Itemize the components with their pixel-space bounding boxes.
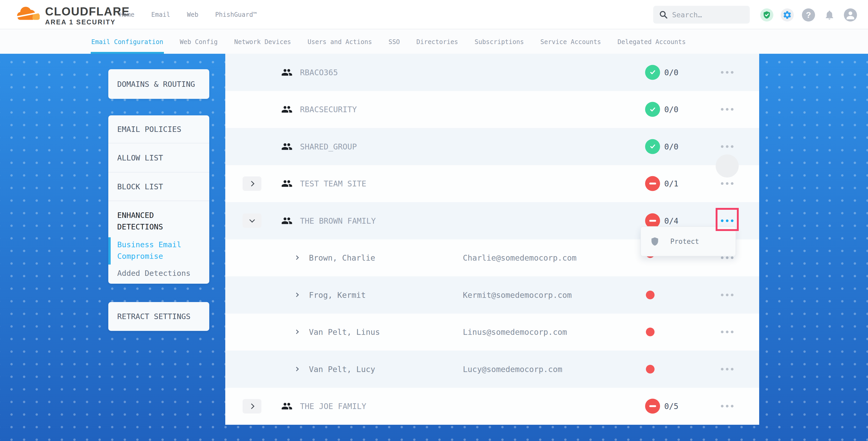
tab-delegated-accounts[interactable]: Delegated Accounts [618, 30, 686, 54]
annotation-highlight-box [716, 208, 739, 231]
shield-icon [650, 237, 660, 247]
chevron-right-icon [294, 367, 299, 371]
cloudflare-logo[interactable]: CLOUDFLARE AREA 1 SECURITY [15, 4, 130, 26]
status-badge-fail [645, 213, 660, 228]
help-icon[interactable]: ? [802, 8, 815, 22]
chevron-right-icon [249, 403, 254, 409]
status-badge-pass [645, 102, 660, 117]
search-input[interactable] [672, 11, 743, 19]
chevron-right-icon [249, 181, 254, 186]
primary-nav: Home Email Web PhishGuard™ [119, 0, 257, 29]
search-bar[interactable] [653, 6, 750, 24]
context-menu-item-protect[interactable]: Protect [670, 238, 699, 245]
table-row-group: SHARED_GROUP 0/0 [225, 128, 759, 165]
status-badge-pass [645, 139, 660, 154]
tab-subscriptions[interactable]: Subscriptions [475, 30, 524, 54]
protection-count: 0/1 [664, 179, 678, 188]
group-name[interactable]: THE JOE FAMILY [300, 402, 366, 411]
member-email: Kermit@somedemocorp.com [463, 290, 572, 300]
group-name[interactable]: SHARED_GROUP [300, 142, 357, 151]
group-icon [281, 105, 293, 114]
protection-count: 0/5 [664, 402, 678, 411]
protection-count: 0/0 [664, 142, 678, 151]
row-menu-button[interactable] [714, 54, 740, 91]
nav-item-home[interactable]: Home [119, 11, 134, 18]
sidebar-item-domains-routing[interactable]: DOMAINS & ROUTING [108, 69, 209, 99]
member-email: Lucy@somedemocorp.com [463, 365, 562, 374]
table-row-member: Van Pelt, Linus Linus@somedemocorp.com [225, 314, 759, 351]
settings-gear-icon[interactable] [781, 8, 794, 22]
notifications-bell-icon[interactable] [823, 8, 836, 22]
sidebar-item-allow-list[interactable]: ALLOW LIST [108, 143, 209, 172]
directory-table: RBACO365 0/0 RBACSECURITY 0/0 SHARED_G [225, 54, 759, 425]
sidebar-item-added-detections[interactable]: Added Detections [117, 269, 200, 278]
shield-check-icon[interactable] [760, 8, 773, 22]
row-menu-button[interactable] [714, 314, 740, 351]
cloudflare-cloud-icon [15, 4, 41, 23]
tab-email-configuration[interactable]: Email Configuration [91, 30, 163, 54]
chevron-right-icon [294, 255, 299, 260]
sidebar-label: BLOCK LIST [117, 182, 163, 191]
group-name[interactable]: THE BROWN FAMILY [300, 216, 376, 225]
chevron-right-icon [294, 329, 299, 334]
nav-item-phishguard[interactable]: PhishGuard™ [215, 11, 257, 18]
group-icon [281, 216, 293, 225]
status-dot-fail [646, 365, 655, 373]
row-menu-button[interactable] [714, 388, 740, 425]
status-dot-fail [646, 328, 655, 336]
group-name[interactable]: RBACSECURITY [300, 105, 357, 114]
tab-web-config[interactable]: Web Config [180, 30, 218, 54]
group-name[interactable]: RBACO365 [300, 68, 338, 77]
sidebar-item-block-list[interactable]: BLOCK LIST [108, 172, 209, 200]
table-row-group: THE JOE FAMILY 0/5 [225, 388, 759, 425]
table-row-group: RBACO365 0/0 [225, 54, 759, 91]
member-name[interactable]: Frog, Kermit [309, 290, 366, 300]
protection-count: 0/4 [664, 216, 678, 225]
row-menu-button[interactable] [714, 91, 740, 128]
member-email: Charlie@somedemocorp.com [463, 253, 577, 262]
app-window: CLOUDFLARE AREA 1 SECURITY Home Email We… [0, 0, 868, 441]
sidebar-label: ALLOW LIST [117, 153, 163, 162]
tab-directories[interactable]: Directories [416, 30, 458, 54]
sidebar-label: DOMAINS & ROUTING [117, 80, 195, 89]
tab-service-accounts[interactable]: Service Accounts [540, 30, 601, 54]
sidebar-label: EMAIL POLICIES [117, 125, 181, 134]
chevron-down-icon [249, 217, 255, 223]
nav-item-web[interactable]: Web [187, 11, 198, 18]
expand-row-button[interactable] [243, 177, 261, 191]
tab-users-and-actions[interactable]: Users and Actions [308, 30, 372, 54]
group-icon [281, 401, 293, 411]
member-name[interactable]: Brown, Charlie [309, 253, 375, 262]
menu-button-hover-background [716, 154, 739, 178]
status-badge-fail [645, 399, 660, 414]
status-badge-pass [645, 65, 660, 80]
row-menu-button[interactable] [714, 276, 740, 314]
group-icon [281, 179, 293, 188]
table-row-group: RBACSECURITY 0/0 [225, 91, 759, 128]
member-name[interactable]: Van Pelt, Lucy [309, 365, 375, 374]
brand-subtitle: AREA 1 SECURITY [45, 18, 130, 26]
top-header: CLOUDFLARE AREA 1 SECURITY Home Email We… [0, 0, 868, 29]
sidebar-item-business-email-compromise[interactable]: Business Email Compromise [117, 239, 200, 262]
sidebar-item-enhanced-detections[interactable]: ENHANCED DETECTIONS [117, 210, 200, 232]
member-name[interactable]: Van Pelt, Linus [309, 327, 380, 337]
expand-row-button[interactable] [243, 399, 261, 413]
brand-name: CLOUDFLARE [45, 6, 130, 17]
protection-count: 0/0 [664, 105, 678, 114]
group-icon [281, 68, 293, 77]
table-row-group: TEST TEAM SITE 0/1 [225, 165, 759, 202]
tab-sso[interactable]: SSO [389, 30, 400, 54]
group-icon [281, 142, 293, 151]
protection-count: 0/0 [664, 68, 678, 77]
group-name[interactable]: TEST TEAM SITE [300, 179, 366, 188]
row-menu-button[interactable] [714, 351, 740, 388]
collapse-row-button[interactable] [243, 213, 261, 228]
sidebar-policies-card: EMAIL POLICIES ALLOW LIST BLOCK LIST ENH… [108, 115, 209, 284]
tab-network-devices[interactable]: Network Devices [234, 30, 291, 54]
sidebar-item-email-policies[interactable]: EMAIL POLICIES [108, 115, 209, 143]
status-dot-fail [646, 290, 655, 299]
nav-item-email[interactable]: Email [151, 11, 170, 18]
user-profile-icon[interactable] [844, 8, 857, 22]
sidebar-item-retract-settings[interactable]: RETRACT SETTINGS [108, 302, 209, 331]
member-email: Linus@somedemocorp.com [463, 327, 567, 337]
